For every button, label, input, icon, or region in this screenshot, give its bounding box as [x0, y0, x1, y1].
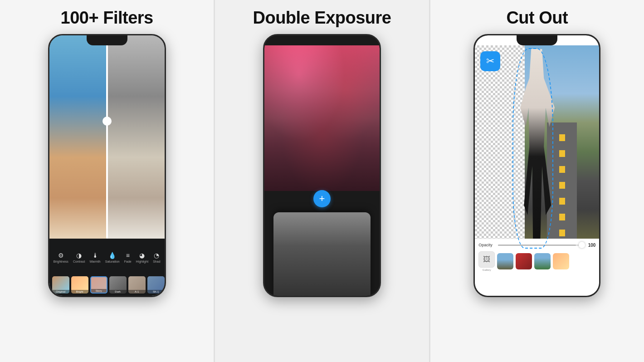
filter-thumb-label: Bright: [71, 290, 88, 294]
bg-thumbnails-row: 🖼 Gallery: [478, 251, 595, 271]
toolbar-icon-sym: 🌡: [92, 252, 98, 259]
cutout-phone: ✂ Opacity 100 🖼: [473, 34, 600, 297]
scissors-icon: ✂: [486, 55, 494, 67]
toolbar-icon-label: Highlight: [136, 260, 148, 263]
toolbar-icon-item[interactable]: ◔ Shad: [153, 252, 160, 263]
filter-thumb[interactable]: Dark: [109, 276, 127, 294]
opacity-thumb[interactable]: [579, 242, 585, 248]
cutout-screen: ✂ Opacity 100 🖼: [475, 35, 599, 296]
toolbar-icon-item[interactable]: ◑ Contrast: [73, 252, 85, 263]
toolbar-icon-label: Shad: [153, 260, 160, 263]
filter-thumb-label: SK-1: [147, 290, 165, 294]
cutout-title: Cut Out: [506, 8, 568, 28]
filters-phone: ⚙ Brightness ◑ Contrast 🌡 Warmth 💧 Satur…: [48, 34, 166, 297]
filters-toolbar: ⚙ Brightness ◑ Contrast 🌡 Warmth 💧 Satur…: [49, 239, 165, 296]
bg-thumb-red[interactable]: [516, 253, 532, 269]
phone-notch-3: [517, 35, 557, 45]
main-container: 100+ Filters ⚙ Brightness ◑ Contrast 🌡 W…: [0, 0, 644, 362]
phone-notch-2: [302, 35, 342, 45]
phone-notch-1: [87, 35, 127, 45]
filter-thumb-label: A-1: [128, 290, 146, 294]
toolbar-icon-item[interactable]: ◕ Highlight: [136, 252, 148, 263]
toolbar-icon-sym: ◑: [76, 252, 82, 259]
filter-thumb-label: Story: [91, 289, 107, 293]
double-screen: +: [264, 35, 380, 296]
filters-divider: [106, 35, 108, 239]
double-title: Double Exposure: [253, 8, 391, 28]
toolbar-icons-row: ⚙ Brightness ◑ Contrast 🌡 Warmth 💧 Satur…: [49, 239, 165, 275]
filters-title: 100+ Filters: [61, 8, 153, 28]
gallery-button[interactable]: 🖼: [478, 251, 495, 268]
toolbar-icon-label: Contrast: [73, 260, 85, 263]
filter-thumb-label: Dark: [109, 290, 127, 294]
opacity-label: Opacity: [478, 243, 494, 247]
toolbar-icon-item[interactable]: ≡ Fade: [124, 252, 132, 263]
double-bw-overlay: [264, 45, 380, 191]
filter-thumbnails-row: OriginalBrightStoryDarkA-1SK-1: [49, 275, 165, 296]
filters-section: 100+ Filters ⚙ Brightness ◑ Contrast 🌡 W…: [0, 0, 215, 362]
filters-color-half: [49, 35, 107, 239]
toolbar-icon-sym: ⚙: [58, 252, 64, 259]
filter-thumb[interactable]: Bright: [71, 276, 88, 294]
toolbar-icon-item[interactable]: 💧 Saturation: [105, 252, 120, 263]
toolbar-icon-label: Warmth: [89, 260, 100, 263]
filter-thumb[interactable]: Story: [90, 276, 107, 294]
bg-thumb-forest[interactable]: [534, 253, 551, 269]
filter-thumb-label: Original: [52, 290, 69, 294]
double-bottom-inner: [273, 212, 371, 296]
toolbar-icon-sym: ◕: [139, 252, 145, 259]
double-add-button[interactable]: +: [313, 190, 331, 207]
cutout-selection-outline: [512, 48, 553, 249]
double-section: Double Exposure +: [215, 0, 430, 362]
cutout-app-icon: ✂: [480, 51, 500, 71]
toolbar-icon-sym: ≡: [126, 252, 130, 259]
toolbar-icon-label: Brightness: [54, 260, 68, 263]
toolbar-icon-label: Fade: [124, 260, 132, 263]
opacity-value: 100: [588, 243, 596, 248]
filter-thumb[interactable]: Original: [52, 276, 69, 294]
filters-screen: ⚙ Brightness ◑ Contrast 🌡 Warmth 💧 Satur…: [49, 35, 165, 296]
cutout-section: Cut Out ✂ Opacity: [430, 0, 644, 362]
toolbar-icon-sym: ◔: [154, 252, 159, 259]
toolbar-icon-item[interactable]: 🌡 Warmth: [89, 252, 100, 263]
toolbar-icon-item[interactable]: ⚙ Brightness: [54, 252, 68, 263]
gallery-label: Gallery: [483, 269, 491, 271]
filters-bw-half: [107, 35, 165, 239]
toolbar-icon-sym: 💧: [108, 252, 116, 259]
double-bottom-img: [273, 212, 371, 296]
bg-thumb-warm[interactable]: [553, 253, 569, 269]
filter-thumb[interactable]: A-1: [128, 276, 146, 294]
filter-thumb[interactable]: SK-1: [147, 276, 165, 294]
bg-thumb-road[interactable]: [497, 253, 513, 269]
double-phone: +: [263, 34, 381, 297]
toolbar-icon-label: Saturation: [105, 260, 120, 263]
